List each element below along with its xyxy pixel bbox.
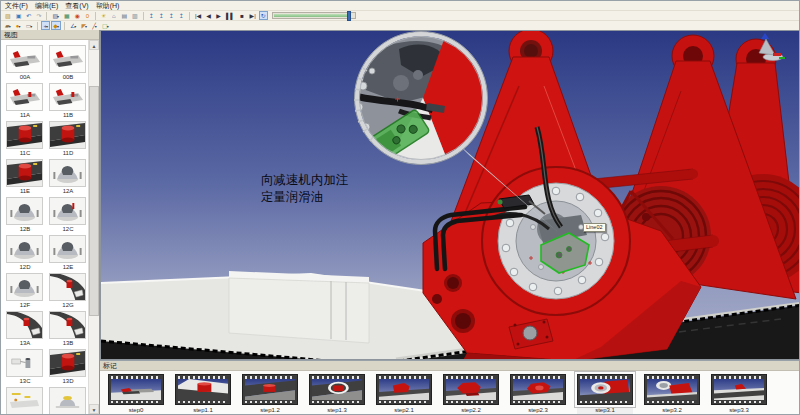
scrollbar-track[interactable] <box>89 50 99 404</box>
menu-bar: 文件(F)编辑(E)查看(V)帮助(H) <box>1 1 799 10</box>
render-mode-button[interactable]: ●▾ <box>14 21 23 30</box>
chevron-down-icon[interactable]: ▾ <box>9 24 11 29</box>
view-thumbnail-12D[interactable]: 12D <box>6 235 44 271</box>
translate-button[interactable]: +▾ <box>41 21 50 30</box>
scene-canvas <box>101 31 799 360</box>
view-thumbnail-12A[interactable]: 12A <box>49 159 87 195</box>
menu-item-3[interactable]: 帮助(H) <box>96 1 120 10</box>
menu-item-2[interactable]: 查看(V) <box>65 1 88 10</box>
view-thumbnail-12G[interactable]: 12G <box>49 273 87 309</box>
step-thumbnail-step3.2[interactable]: step3.2 <box>644 374 700 414</box>
view-thumbnail-partial-18[interactable] <box>6 387 44 414</box>
view-thumbnail-11C[interactable]: 11C <box>6 121 44 157</box>
chevron-down-icon[interactable]: ▾ <box>57 24 59 29</box>
pause-button[interactable]: ▌▌ <box>224 11 237 20</box>
publish-1-button[interactable]: ↥ <box>147 11 156 20</box>
view-thumbnail-12B[interactable]: 12B <box>6 197 44 233</box>
view-thumbnail-image <box>6 83 43 111</box>
menu-item-1[interactable]: 编辑(E) <box>35 1 58 10</box>
chevron-down-icon[interactable]: ▾ <box>57 14 59 19</box>
render-image-button[interactable]: ▦ <box>62 11 72 20</box>
scrollbar-thumb[interactable] <box>89 86 99 316</box>
go-first-button[interactable]: |◀ <box>193 11 203 20</box>
filmstrip-frame <box>644 374 700 405</box>
step-thumbnail-step2.2[interactable]: step2.2 <box>443 374 499 414</box>
redo-button[interactable]: ↷ <box>34 11 43 20</box>
undo-button[interactable]: ↶ <box>24 11 33 20</box>
pencil-tool-button[interactable]: ▰▾ <box>3 21 13 30</box>
view-thumbnail-12E[interactable]: 12E <box>49 235 87 271</box>
view-thumbnail-13D[interactable]: 13D <box>49 349 87 385</box>
import-button[interactable]: ▣ <box>14 11 24 20</box>
view-thumbnail-label: 00B <box>49 73 87 81</box>
play-button[interactable]: ▶ <box>214 11 223 20</box>
loop-button[interactable]: ↻ <box>259 11 268 20</box>
menu-item-0[interactable]: 文件(F) <box>5 1 28 10</box>
markup-flag-button[interactable]: ◤▾ <box>79 21 89 30</box>
view-thumbnail-13C[interactable]: 13C <box>6 349 44 385</box>
step-thumbnail-step1.3[interactable]: step1.3 <box>309 374 365 414</box>
view-thumbnail-partial-19[interactable] <box>49 387 87 414</box>
update-view-button[interactable]: ☀ <box>99 11 108 20</box>
view-thumbnail-12F[interactable]: 12F <box>6 273 44 309</box>
view-thumbnail-11A[interactable]: 11A <box>6 83 44 119</box>
step-thumbnail-step1.1[interactable]: step1.1 <box>175 374 231 414</box>
step-thumbnail-step2.3[interactable]: step2.3 <box>510 374 566 414</box>
view-thumbnail-00A[interactable]: 00A <box>6 45 44 81</box>
view-thumbnail-11B[interactable]: 11B <box>49 83 87 119</box>
toolbar-separator <box>46 12 47 20</box>
timeline-slider[interactable] <box>272 12 356 19</box>
chevron-down-icon[interactable]: ▾ <box>46 24 48 29</box>
step-thumbnail-step1.2[interactable]: step1.2 <box>242 374 298 414</box>
view-thumbnail-11D[interactable]: 11D <box>49 121 87 157</box>
step-label: step3.1 <box>577 406 633 414</box>
views-sidebar: 视图 00A00B11A11B11C11D11E12A12B12C12D12E1… <box>1 30 100 414</box>
chevron-down-icon[interactable]: ▾ <box>74 24 76 29</box>
step-thumbnail-step2.1[interactable]: step2.1 <box>376 374 432 414</box>
publish-3-button[interactable]: ↥ <box>167 11 176 20</box>
part-label[interactable]: Line02 <box>583 223 606 232</box>
view-thumbnail-00B[interactable]: 00B <box>49 45 87 81</box>
view-thumbnail-13A[interactable]: 13A <box>6 311 44 347</box>
draw-line-button[interactable]: ╱▾ <box>90 21 99 30</box>
filmstrip-frame <box>309 374 365 405</box>
chevron-down-icon[interactable]: ▾ <box>95 24 97 29</box>
view-thumbnail-12C[interactable]: 12C <box>49 197 87 233</box>
eraser-button[interactable]: ▭▾ <box>24 21 35 30</box>
step-label: step0 <box>108 406 164 414</box>
view-thumbnail-image <box>6 235 43 263</box>
viewport-3d[interactable]: 向减速机内加注 定量润滑油 Line02 <box>100 30 799 360</box>
step-label: step3.2 <box>644 406 700 414</box>
view-mode-button[interactable]: ▧▾ <box>50 11 61 20</box>
clipboard-button[interactable]: ▢▾ <box>100 21 111 30</box>
view-thumbnail-label: 00A <box>6 73 44 81</box>
publish-2-button[interactable]: ↥ <box>157 11 166 20</box>
chevron-down-icon[interactable]: ▾ <box>107 24 109 29</box>
step-thumbnail-step3.3[interactable]: step3.3 <box>711 374 767 414</box>
home-view-button[interactable]: ⌂ <box>109 11 118 20</box>
stop-button[interactable]: ■ <box>238 11 247 20</box>
step-back-button[interactable]: ◀ <box>204 11 213 20</box>
go-last-button[interactable]: ▶| <box>248 11 258 20</box>
chevron-down-icon[interactable]: ▾ <box>18 24 20 29</box>
view-thumbnail-13B[interactable]: 13B <box>49 311 87 347</box>
step-thumbnail-step0[interactable]: step0 <box>108 374 164 414</box>
measure-button[interactable]: ∠▾ <box>68 21 78 30</box>
app-window: 文件(F)编辑(E)查看(V)帮助(H) ▨▣↶↷▧▾▦◉0☀⌂▤▥↥↥↥↥|◀… <box>0 0 800 415</box>
scroll-down-icon[interactable]: ▼ <box>89 404 99 414</box>
sidebar-scrollbar[interactable]: ▲ ▼ <box>88 40 99 414</box>
paint-button[interactable]: ◆▾ <box>51 21 61 30</box>
step-thumbnail-step3.1[interactable]: step3.1 <box>577 374 633 414</box>
grid-button[interactable]: ▤ <box>119 11 129 20</box>
info-button[interactable]: 0 <box>83 11 92 20</box>
open-button[interactable]: ▨ <box>3 11 13 20</box>
chevron-down-icon[interactable]: ▾ <box>30 24 32 29</box>
publish-4-button[interactable]: ↥ <box>177 11 186 20</box>
chevron-down-icon[interactable]: ▾ <box>85 24 87 29</box>
timeline-handle[interactable] <box>347 11 351 21</box>
layers-button[interactable]: ▥ <box>130 11 140 20</box>
scroll-up-icon[interactable]: ▲ <box>89 40 99 50</box>
step-image <box>111 379 161 400</box>
camera-button[interactable]: ◉ <box>73 11 82 20</box>
view-thumbnail-11E[interactable]: 11E <box>6 159 44 195</box>
